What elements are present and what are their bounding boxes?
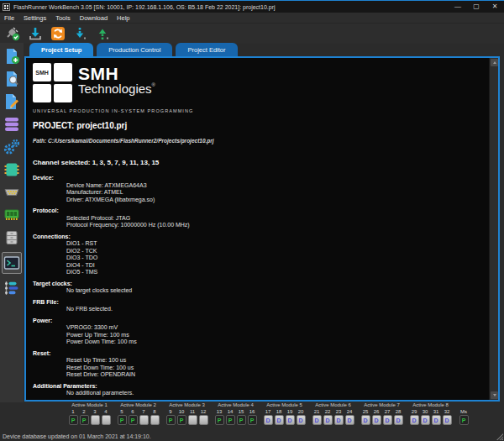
- channel-number: 17: [264, 409, 273, 414]
- channel-button-13[interactable]: P: [215, 415, 224, 425]
- search-project-icon[interactable]: [3, 71, 20, 87]
- settings-gears-icon[interactable]: [3, 139, 20, 155]
- channel-button-22[interactable]: D: [323, 415, 333, 425]
- module-group: Active Module 517181920DDDD: [260, 402, 308, 431]
- channel-button-24[interactable]: D: [345, 415, 354, 425]
- resize-grip[interactable]: [496, 433, 503, 440]
- channel-button-29[interactable]: D: [410, 415, 419, 425]
- section-label: Power:: [33, 318, 489, 325]
- channel-button-1[interactable]: P: [69, 415, 78, 425]
- section-line: Reset Drive: OPENDRAIN: [33, 371, 489, 379]
- channel-button-16[interactable]: P: [248, 415, 257, 425]
- section-line: Manufacturer: ATMEL: [33, 189, 489, 197]
- channel-number: 1: [69, 409, 78, 414]
- channel-number: 23: [334, 409, 344, 414]
- tab-production-control[interactable]: Production Control: [97, 43, 172, 56]
- storage-drawers-icon[interactable]: [3, 229, 20, 246]
- terminal-icon[interactable]: [2, 252, 22, 274]
- module-group: Active Module 413141516PPPP: [212, 402, 260, 431]
- channel-button-9[interactable]: P: [166, 415, 176, 425]
- channel-button-31[interactable]: D: [432, 415, 441, 425]
- menu-item-download[interactable]: Download: [80, 14, 108, 22]
- brand-tagline: UNIVERSAL PRODUCTION IN-SYSTEM PROGRAMMI…: [33, 108, 489, 113]
- channel-button-21[interactable]: D: [312, 415, 322, 425]
- section-additional-parameters: Additional Parameters:No additional para…: [33, 383, 489, 397]
- close-button[interactable]: ✕: [486, 1, 504, 13]
- section-line: DIO3 - TDO: [33, 255, 489, 262]
- channel-button-2[interactable]: P: [80, 415, 89, 425]
- module-group: Active Module 25678PP: [114, 402, 162, 431]
- channel-button-6[interactable]: P: [129, 415, 138, 425]
- menu-item-settings[interactable]: Settings: [24, 14, 46, 22]
- channel-number: 28: [394, 409, 403, 414]
- channel-button-8[interactable]: [150, 415, 160, 425]
- status-text: Device database updated on 01 March 2021…: [3, 433, 151, 439]
- new-project-icon[interactable]: [3, 48, 20, 65]
- parameters-sliders-icon[interactable]: [3, 280, 20, 297]
- section-line: DIO1 - RST: [33, 240, 489, 248]
- download-icon[interactable]: [28, 26, 43, 41]
- module-group: Active Module 829303132DDDD: [407, 402, 454, 431]
- channel-button-14[interactable]: P: [226, 415, 235, 425]
- edit-project-icon[interactable]: [3, 93, 20, 110]
- menu-item-help[interactable]: Help: [117, 14, 129, 22]
- section-label: Device:: [33, 175, 489, 182]
- channel-number: 11: [188, 409, 197, 414]
- connect-icon[interactable]: [5, 26, 20, 41]
- menu-bar: FileSettingsToolsDownloadHelp: [0, 13, 504, 24]
- channel-button-5[interactable]: P: [118, 415, 127, 425]
- maximize-button[interactable]: ▢: [467, 1, 486, 13]
- channel-number: 9: [166, 409, 176, 414]
- channel-number: 8: [150, 409, 160, 414]
- menu-item-file[interactable]: File: [4, 14, 14, 22]
- channel-button-27[interactable]: D: [383, 415, 392, 425]
- chip-icon[interactable]: [3, 161, 20, 178]
- section-frb-file: FRB File:No FRB selected.: [33, 299, 489, 313]
- channel-button-23[interactable]: D: [334, 415, 344, 425]
- module-title: Active Module 4: [218, 402, 254, 408]
- connector-icon[interactable]: [3, 184, 20, 201]
- channel-button-10[interactable]: P: [177, 415, 186, 425]
- channel-number: 16: [248, 409, 257, 414]
- section-label: Protocol:: [33, 207, 489, 215]
- channel-button-7[interactable]: [139, 415, 149, 425]
- channel-button-15[interactable]: P: [237, 415, 246, 425]
- channel-button-11[interactable]: [188, 415, 197, 425]
- scroll-down-icon[interactable]: [491, 391, 498, 399]
- channel-button-20[interactable]: D: [297, 415, 306, 425]
- channel-button-12[interactable]: [199, 415, 208, 425]
- status-bar: Device database updated on 01 March 2021…: [0, 431, 504, 441]
- vertical-scrollbar[interactable]: [489, 58, 498, 400]
- program-down-icon[interactable]: [73, 26, 88, 41]
- channel-button-18[interactable]: D: [275, 415, 284, 425]
- memory-module-icon[interactable]: [3, 207, 20, 223]
- channel-number: 6: [129, 409, 138, 414]
- channel-button-30[interactable]: D: [421, 415, 430, 425]
- scroll-up-icon[interactable]: [491, 59, 498, 66]
- channel-button-25[interactable]: D: [361, 415, 370, 425]
- minimize-button[interactable]: —: [449, 1, 467, 13]
- channel-number: 14: [226, 409, 235, 414]
- channel-button-ms[interactable]: P: [459, 415, 469, 425]
- module-group: Active Module 725262728DDDD: [358, 402, 406, 431]
- channel-button-4[interactable]: [102, 415, 111, 425]
- channel-number: 20: [297, 409, 306, 414]
- channel-button-17[interactable]: D: [264, 415, 273, 425]
- module-title: Active Module 2: [120, 402, 156, 408]
- layers-icon[interactable]: [3, 116, 20, 133]
- sync-icon[interactable]: [50, 26, 66, 41]
- section-protocol: Protocol:Selected Protocol: JTAGProtocol…: [33, 207, 489, 229]
- smh-logo: SMH SMH Technologies®: [33, 63, 489, 102]
- channel-button-3[interactable]: [91, 415, 100, 425]
- channel-number: 22: [323, 409, 333, 414]
- channel-number: Ms: [459, 409, 469, 414]
- tab-project-editor[interactable]: Project Editor: [176, 43, 237, 56]
- channel-button-32[interactable]: D: [443, 415, 452, 425]
- channel-button-19[interactable]: D: [286, 415, 295, 425]
- verify-up-icon[interactable]: [96, 26, 111, 41]
- channel-button-28[interactable]: D: [394, 415, 403, 425]
- channel-button-26[interactable]: D: [372, 415, 381, 425]
- tab-project-setup[interactable]: Project Setup: [29, 43, 93, 56]
- channel-number: 2: [80, 409, 89, 414]
- menu-item-tools[interactable]: Tools: [55, 14, 71, 22]
